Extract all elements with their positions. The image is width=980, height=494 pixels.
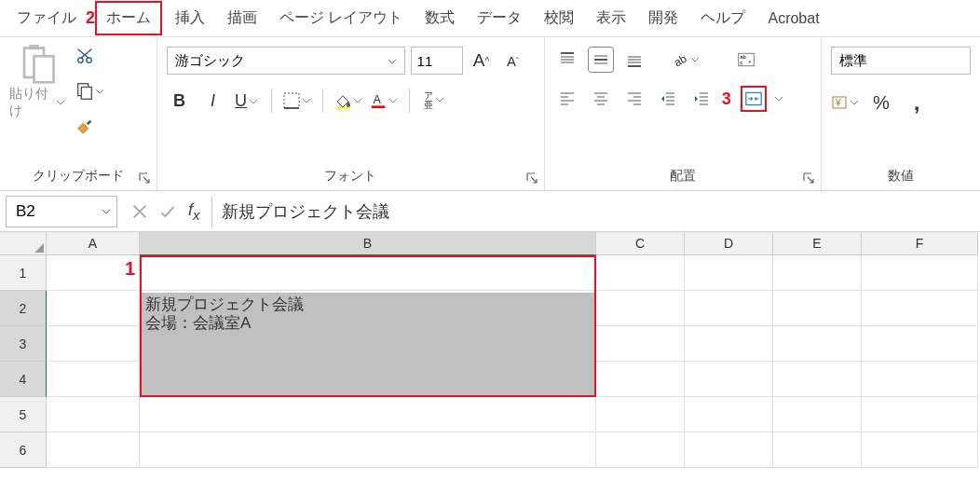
menu-help[interactable]: ヘルプ (691, 3, 755, 34)
paste-button[interactable]: 貼り付け (9, 43, 65, 119)
clipboard-launcher[interactable] (138, 172, 151, 185)
menu-acrobat[interactable]: Acrobat (758, 5, 828, 33)
border-button[interactable] (283, 88, 311, 114)
row-header-6[interactable]: 6 (0, 432, 47, 468)
cell-D2[interactable] (685, 291, 773, 326)
row-header-4[interactable]: 4 (0, 362, 47, 397)
shrink-font-button[interactable]: Aˇ (500, 48, 526, 74)
alignment-launcher[interactable] (802, 172, 815, 185)
decrease-indent-button[interactable] (655, 86, 681, 112)
phonetic-button[interactable]: ア 亜 (421, 88, 447, 114)
align-top-button[interactable] (554, 47, 580, 73)
align-right-button[interactable] (621, 86, 647, 112)
font-size-combo[interactable]: 11 (411, 47, 463, 75)
comma-button[interactable]: , (904, 89, 930, 116)
row-header-1[interactable]: 1 (0, 255, 47, 291)
cell-C3[interactable] (596, 326, 685, 362)
cell-D3[interactable] (685, 326, 773, 362)
cell-C6[interactable] (596, 432, 685, 468)
cell-E6[interactable] (773, 432, 862, 468)
cell-C4[interactable] (596, 362, 685, 397)
cell-E4[interactable] (773, 362, 862, 397)
align-center-button[interactable] (588, 86, 614, 112)
cell-B2[interactable] (140, 291, 596, 326)
cell-C1[interactable] (596, 255, 685, 291)
font-launcher[interactable] (525, 172, 538, 185)
align-left-button[interactable] (554, 86, 580, 112)
cell-A4[interactable] (47, 362, 140, 397)
cell-A3[interactable] (47, 326, 140, 362)
cell-B5[interactable] (140, 397, 596, 432)
menu-pagelayout[interactable]: ページ レイアウト (270, 3, 412, 34)
cell-F6[interactable] (862, 432, 978, 468)
cell-E2[interactable] (773, 291, 862, 326)
copy-button[interactable] (75, 80, 104, 103)
percent-button[interactable]: % (868, 89, 894, 116)
menu-developer[interactable]: 開発 (639, 3, 687, 34)
menu-data[interactable]: データ (468, 3, 531, 34)
menu-home[interactable]: ホーム (95, 1, 162, 35)
increase-indent-button[interactable] (688, 86, 715, 112)
col-header-E[interactable]: E (773, 232, 862, 255)
fill-color-button[interactable] (334, 88, 362, 114)
cell-B4[interactable] (140, 362, 596, 397)
row-header-2[interactable]: 2 (0, 291, 47, 326)
cell-A2[interactable] (47, 291, 140, 326)
menu-view[interactable]: 表示 (587, 3, 635, 34)
cell-C5[interactable] (596, 397, 685, 432)
number-format-combo[interactable]: 標準 (831, 47, 971, 75)
underline-button[interactable]: U (234, 88, 260, 114)
merge-center-button[interactable] (741, 86, 767, 112)
cut-button[interactable] (75, 45, 104, 67)
col-header-F[interactable]: F (862, 232, 978, 255)
cell-F1[interactable] (862, 255, 978, 291)
enter-formula-button[interactable] (155, 199, 181, 225)
col-header-C[interactable]: C (596, 232, 685, 255)
name-box[interactable]: B2 (6, 196, 117, 227)
bold-button[interactable]: B (167, 88, 193, 114)
font-name-combo[interactable]: 游ゴシック (167, 47, 405, 75)
cell-A5[interactable] (47, 397, 140, 432)
font-color-button[interactable]: A (370, 88, 398, 114)
menu-review[interactable]: 校閲 (535, 3, 583, 34)
cell-B3[interactable] (140, 326, 596, 362)
row-header-5[interactable]: 5 (0, 397, 47, 432)
cell-D1[interactable] (685, 255, 773, 291)
menu-formulas[interactable]: 数式 (415, 3, 464, 34)
formatpainter-button[interactable] (75, 116, 104, 138)
cell-E5[interactable] (773, 397, 862, 432)
cell-F3[interactable] (862, 326, 978, 362)
menu-file[interactable]: ファイル (7, 3, 86, 34)
cell-E1[interactable] (773, 255, 862, 291)
merge-dropdown[interactable] (774, 90, 783, 107)
cell-A6[interactable] (47, 432, 140, 468)
cell-D4[interactable] (685, 362, 773, 397)
cell-D6[interactable] (685, 432, 773, 468)
align-bottom-button[interactable] (621, 47, 647, 73)
cell-B1[interactable] (140, 255, 596, 291)
cell-D5[interactable] (685, 397, 773, 432)
col-header-D[interactable]: D (685, 232, 773, 255)
menu-draw[interactable]: 描画 (218, 3, 266, 34)
cell-F5[interactable] (862, 397, 978, 432)
align-middle-button[interactable] (588, 47, 614, 73)
cell-B6[interactable] (140, 432, 596, 468)
cell-F2[interactable] (862, 291, 978, 326)
col-header-B[interactable]: B (140, 232, 596, 255)
row-header-3[interactable]: 3 (0, 326, 47, 362)
orientation-button[interactable]: ab (672, 47, 700, 73)
cell-C2[interactable] (596, 291, 685, 326)
accounting-format-button[interactable]: ¥ (831, 89, 859, 116)
italic-button[interactable]: I (200, 88, 226, 114)
fx-label[interactable]: fx (183, 200, 206, 223)
select-all-button[interactable] (0, 232, 47, 255)
cancel-formula-button[interactable] (127, 199, 153, 225)
callout-2: 2 (86, 8, 95, 28)
col-header-A[interactable]: A (47, 232, 140, 255)
menu-insert[interactable]: 挿入 (166, 3, 214, 34)
formula-bar[interactable]: 新規プロジェクト会議 (211, 196, 980, 227)
wrap-text-button[interactable]: abc (733, 47, 759, 73)
cell-E3[interactable] (773, 326, 862, 362)
grow-font-button[interactable]: A^ (469, 48, 495, 74)
cell-F4[interactable] (862, 362, 978, 397)
